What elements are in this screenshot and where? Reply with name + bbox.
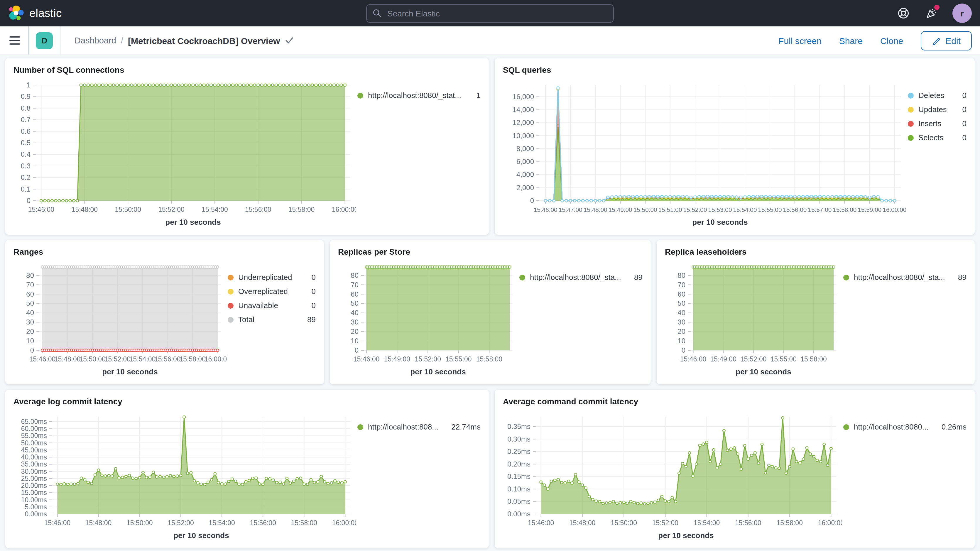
svg-text:15:52:00: 15:52:00 <box>740 355 767 363</box>
chart-replicas-per-store: 0102030405060708015:46:0015:49:0015:52:0… <box>338 259 518 380</box>
svg-text:80: 80 <box>26 271 34 279</box>
chart-svg: 0102030405060708015:46:0015:49:0015:52:0… <box>665 259 842 380</box>
legend-item[interactable]: http://localhost:8080...0.26ms <box>843 422 967 431</box>
global-search[interactable] <box>366 4 614 22</box>
legend-item[interactable]: Deletes0 <box>908 91 967 100</box>
legend-item[interactable]: Selects0 <box>908 133 967 142</box>
legend-label: Total <box>238 315 301 324</box>
panel-title: Replica leaseholders <box>665 246 967 258</box>
dashboard-row: Ranges 0102030405060708015:46:0015:48:00… <box>5 240 975 384</box>
svg-text:15:59:00: 15:59:00 <box>858 206 881 213</box>
svg-text:15:58:00: 15:58:00 <box>833 206 856 213</box>
edit-button[interactable]: Edit <box>921 31 972 50</box>
area-series <box>41 85 345 201</box>
legend-value: 22.74ms <box>451 422 480 431</box>
svg-text:0.30ms: 0.30ms <box>508 435 530 443</box>
svg-text:50: 50 <box>678 299 686 307</box>
chart-legend: http://localhost:8080/_sta...89 <box>842 259 967 380</box>
svg-text:15:46:00: 15:46:00 <box>534 206 557 213</box>
search-input[interactable] <box>386 8 608 19</box>
panel-ranges: Ranges 0102030405060708015:46:0015:48:00… <box>5 240 324 384</box>
svg-text:20: 20 <box>26 327 34 335</box>
full-screen-button[interactable]: Full screen <box>778 35 822 46</box>
app-root: elastic <box>0 0 980 551</box>
panel-title: Replicas per Store <box>338 246 643 258</box>
svg-text:15:46:00: 15:46:00 <box>29 355 56 363</box>
avatar[interactable]: r <box>953 3 972 23</box>
legend-item[interactable]: Inserts0 <box>908 119 967 128</box>
breadcrumb-dashboard-link[interactable]: Dashboard <box>75 36 116 45</box>
svg-text:10: 10 <box>351 337 358 345</box>
lifebuoy-icon <box>897 7 909 19</box>
svg-text:0.2: 0.2 <box>21 174 30 181</box>
svg-text:0.20ms: 0.20ms <box>508 460 530 468</box>
legend-item[interactable]: http://localhost:8080/_sta...89 <box>519 273 643 282</box>
legend-item[interactable]: http://localhost:8080/_sta...89 <box>843 273 967 282</box>
share-button[interactable]: Share <box>839 35 862 46</box>
svg-text:0.7: 0.7 <box>21 116 30 124</box>
svg-text:15:52:00: 15:52:00 <box>158 205 185 213</box>
svg-text:1: 1 <box>27 81 30 89</box>
svg-text:0.25ms: 0.25ms <box>508 447 530 455</box>
toolbar-actions: Full screen Share Clone Edit <box>778 31 972 50</box>
svg-text:15:56:00: 15:56:00 <box>735 519 761 527</box>
legend-item[interactable]: Unavailable0 <box>228 301 316 310</box>
svg-text:20.00ms: 20.00ms <box>21 482 47 489</box>
newsfeed-button[interactable] <box>924 6 938 20</box>
svg-text:15:57:00: 15:57:00 <box>808 206 832 213</box>
svg-text:30.00ms: 30.00ms <box>21 468 47 475</box>
svg-text:16,000: 16,000 <box>512 93 534 100</box>
menu-button[interactable] <box>8 34 21 47</box>
legend-label: Inserts <box>918 119 956 128</box>
legend-label: Underreplicated <box>238 273 306 282</box>
nav-right: r <box>896 3 972 23</box>
svg-text:0.00ms: 0.00ms <box>25 510 47 518</box>
toolbar-divider <box>60 26 60 54</box>
svg-text:40: 40 <box>26 309 34 317</box>
breadcrumb-check-icon[interactable] <box>285 37 293 44</box>
svg-text:0.4: 0.4 <box>21 150 30 158</box>
legend-item[interactable]: http://localhost:8080/_stat...1 <box>357 91 480 100</box>
legend-item[interactable]: Overreplicated0 <box>228 287 316 296</box>
legend-value: 0 <box>312 301 316 310</box>
svg-text:14,000: 14,000 <box>512 106 534 113</box>
legend-label: Overreplicated <box>238 287 306 296</box>
svg-text:0: 0 <box>30 346 34 354</box>
legend-item[interactable]: Underreplicated0 <box>228 273 316 282</box>
svg-text:15:48:00: 15:48:00 <box>72 205 98 213</box>
svg-text:15:48:00: 15:48:00 <box>54 355 81 363</box>
svg-text:50: 50 <box>26 299 34 307</box>
legend-item[interactable]: Updates0 <box>908 105 967 114</box>
panel-log-commit-latency: Average log commit latency 0.00ms5.00ms1… <box>5 390 489 548</box>
elastic-brand[interactable]: elastic <box>8 5 62 21</box>
svg-text:15:54:00: 15:54:00 <box>694 519 720 527</box>
legend-value: 89 <box>307 315 316 324</box>
svg-text:15:48:00: 15:48:00 <box>85 519 112 527</box>
svg-text:15:56:00: 15:56:00 <box>245 205 271 213</box>
svg-text:15:48:00: 15:48:00 <box>584 206 608 213</box>
svg-text:per 10 seconds: per 10 seconds <box>165 218 221 226</box>
svg-text:15:50:00: 15:50:00 <box>115 205 141 213</box>
legend-swatch-icon <box>843 274 849 280</box>
svg-text:per 10 seconds: per 10 seconds <box>173 531 229 540</box>
space-badge[interactable]: D <box>36 32 53 49</box>
svg-text:6,000: 6,000 <box>516 158 534 166</box>
svg-text:8,000: 8,000 <box>516 145 534 153</box>
svg-text:15:46:00: 15:46:00 <box>680 355 706 363</box>
svg-text:15:46:00: 15:46:00 <box>28 205 54 213</box>
help-button[interactable] <box>896 6 910 20</box>
legend-item[interactable]: http://localhost:808...22.74ms <box>357 422 480 431</box>
svg-text:10: 10 <box>678 337 686 345</box>
legend-label: http://localhost:8080/_stat... <box>368 91 471 100</box>
svg-text:15:56:00: 15:56:00 <box>154 355 181 363</box>
area-series <box>693 267 834 350</box>
chart-svg: 0.00ms0.05ms0.10ms0.15ms0.20ms0.25ms0.30… <box>503 408 842 543</box>
legend-label: Unavailable <box>238 301 306 310</box>
clone-button[interactable]: Clone <box>880 35 903 46</box>
svg-text:40: 40 <box>678 309 686 317</box>
chart-legend: Deletes0Updates0Inserts0Selects0 <box>907 77 967 230</box>
legend-item[interactable]: Total89 <box>228 315 316 324</box>
svg-text:0.5: 0.5 <box>21 139 30 147</box>
svg-text:0: 0 <box>355 346 358 354</box>
svg-text:15:46:00: 15:46:00 <box>528 519 554 527</box>
